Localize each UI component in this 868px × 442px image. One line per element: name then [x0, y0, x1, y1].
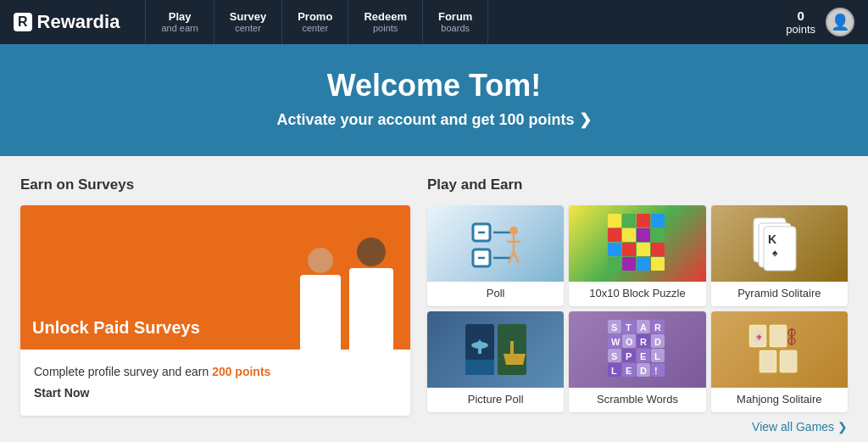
- svg-rect-25: [637, 257, 650, 271]
- svg-rect-12: [622, 214, 636, 227]
- svg-rect-16: [622, 228, 636, 242]
- points-label: points: [786, 23, 815, 36]
- surveys-section-title: Earn on Surveys: [20, 176, 410, 193]
- game-card-picpoll[interactable]: Picture Poll: [427, 311, 564, 412]
- logo[interactable]: R Rewardia: [14, 11, 120, 33]
- person-1-body: [300, 275, 341, 350]
- user-avatar[interactable]: 👤: [826, 8, 854, 36]
- bottom-row: Discussion of the day Forum: [0, 434, 868, 442]
- svg-line-10: [514, 252, 519, 263]
- game-label-scramble: Scramble Words: [569, 388, 705, 412]
- svg-rect-76: [771, 326, 786, 346]
- game-label-mahjong: Mahjong Solitaire: [711, 388, 848, 412]
- game-thumb-scramble: S T A R W O R D: [569, 311, 705, 388]
- svg-marker-38: [504, 354, 526, 365]
- nav-item-survey[interactable]: Survey center: [214, 0, 282, 44]
- svg-text:D: D: [654, 337, 661, 347]
- svg-text:L: L: [611, 366, 617, 376]
- svg-rect-13: [637, 214, 650, 227]
- right-column: Play and Earn: [427, 176, 848, 434]
- svg-text:P: P: [626, 351, 632, 361]
- survey-body-text: Complete profile survey and earn 200 poi…: [34, 365, 397, 378]
- nav-play-sub: and earn: [161, 23, 198, 34]
- block-svg: [604, 210, 671, 277]
- nav-item-play[interactable]: Play and earn: [145, 0, 214, 44]
- game-label-picpoll: Picture Poll: [427, 388, 564, 412]
- survey-hero-banner[interactable]: Unlock Paid Surveys: [20, 205, 410, 350]
- nav-item-promo[interactable]: Promo center: [282, 0, 348, 44]
- hero-cta[interactable]: Activate your account and get 100 points…: [17, 110, 851, 129]
- game-label-block: 10x10 Block Puzzle: [569, 282, 705, 306]
- game-card-poll[interactable]: Poll: [427, 205, 564, 306]
- game-thumb-poll: [427, 205, 564, 282]
- game-thumb-block: [569, 205, 705, 282]
- svg-rect-21: [637, 243, 650, 256]
- game-card-block[interactable]: 10x10 Block Puzzle: [569, 205, 705, 306]
- nav-promo-main: Promo: [298, 10, 332, 24]
- svg-rect-11: [608, 214, 621, 227]
- survey-card-body: Complete profile survey and earn 200 poi…: [20, 350, 410, 416]
- nav-promo-sub: center: [298, 23, 332, 34]
- svg-rect-39: [510, 341, 514, 355]
- scramble-svg: S T A R W O R D: [604, 316, 671, 383]
- games-section-title: Play and Earn: [427, 176, 848, 193]
- svg-rect-80: [781, 351, 796, 372]
- svg-text:!: !: [654, 366, 658, 376]
- person-2-body: [349, 268, 393, 350]
- points-value: 0: [786, 8, 815, 23]
- svg-rect-26: [651, 257, 665, 271]
- svg-rect-35: [478, 345, 481, 354]
- mahjong-svg: 🀄: [745, 316, 813, 383]
- svg-text:♠: ♠: [772, 247, 778, 259]
- svg-text:S: S: [611, 351, 617, 361]
- people-illustration: [300, 238, 393, 350]
- survey-hero-text: Unlock Paid Surveys: [32, 318, 200, 338]
- svg-rect-70: [651, 363, 665, 377]
- hero-banner: Welcome Tom! Activate your account and g…: [0, 44, 868, 156]
- person-1-head: [308, 248, 333, 273]
- main-nav: R Rewardia Play and earn Survey center P…: [0, 0, 868, 44]
- view-all-games-link[interactable]: View all Games ❯: [752, 420, 848, 434]
- svg-rect-14: [651, 214, 665, 227]
- survey-card: Unlock Paid Surveys Complete profile sur…: [20, 205, 410, 416]
- game-card-solitaire[interactable]: K ♠ Pyramid Solitaire: [711, 205, 848, 306]
- game-label-solitaire: Pyramid Solitaire: [711, 282, 848, 306]
- svg-text:E: E: [640, 351, 646, 361]
- nav-item-forum[interactable]: Forum boards: [423, 0, 488, 44]
- picpoll-svg: [462, 316, 530, 383]
- svg-text:D: D: [640, 366, 647, 376]
- game-card-mahjong[interactable]: 🀄 Mahjong Solitaire: [711, 311, 848, 412]
- nav-right: 0 points 👤: [786, 8, 854, 36]
- nav-survey-sub: center: [230, 23, 266, 34]
- svg-rect-19: [608, 243, 621, 256]
- svg-text:T: T: [626, 322, 632, 333]
- svg-rect-17: [637, 228, 650, 242]
- left-column: Earn on Surveys Unlock Paid Surveys: [20, 176, 410, 434]
- main-content: Earn on Surveys Unlock Paid Surveys: [0, 156, 868, 434]
- game-card-scramble[interactable]: S T A R W O R D: [569, 311, 705, 412]
- points-display[interactable]: 0 points: [786, 8, 815, 36]
- svg-rect-24: [622, 257, 636, 271]
- game-thumb-picpoll: [427, 311, 564, 388]
- nav-item-redeem[interactable]: Redeem points: [348, 0, 423, 44]
- person-2: [349, 238, 393, 350]
- nav-forum-main: Forum: [438, 10, 472, 24]
- svg-text:S: S: [611, 322, 617, 333]
- nav-links: Play and earn Survey center Promo center…: [145, 0, 786, 44]
- welcome-heading: Welcome Tom!: [17, 68, 851, 104]
- svg-rect-23: [608, 257, 621, 271]
- game-thumb-mahjong: 🀄: [711, 311, 848, 388]
- games-grid: Poll: [427, 205, 848, 412]
- view-all-games: View all Games ❯: [427, 419, 848, 434]
- game-thumb-solitaire: K ♠: [711, 205, 848, 282]
- svg-text:E: E: [626, 366, 632, 376]
- svg-rect-78: [760, 351, 776, 372]
- nav-play-main: Play: [161, 10, 198, 24]
- svg-rect-18: [651, 228, 665, 242]
- start-now-link[interactable]: Start Now: [34, 386, 89, 400]
- svg-text:🀄: 🀄: [754, 331, 765, 342]
- person-2-head: [357, 238, 386, 266]
- svg-point-6: [509, 227, 518, 235]
- game-label-poll: Poll: [427, 282, 564, 306]
- poll-svg: [466, 214, 526, 273]
